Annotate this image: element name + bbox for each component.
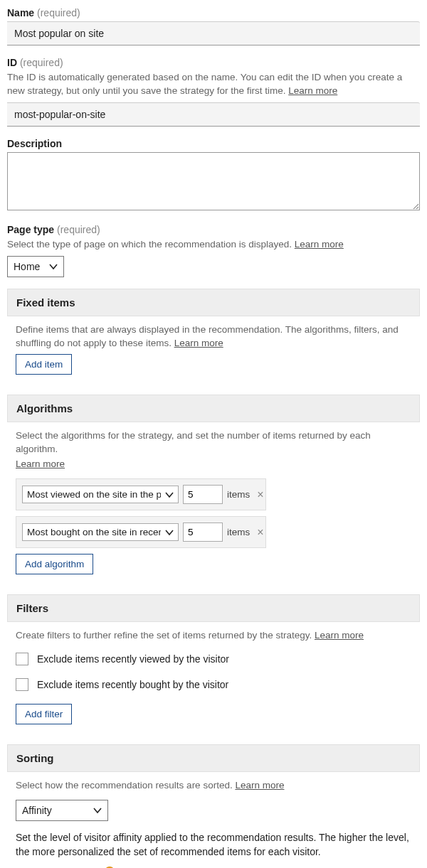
algorithm-name-0: Most viewed on the site in the pa: [27, 489, 161, 500]
algorithm-row: Most bought on the site in recent items …: [16, 516, 266, 548]
id-required: (required): [20, 57, 63, 68]
description-input[interactable]: [7, 152, 420, 210]
add-filter-button[interactable]: Add filter: [16, 704, 72, 724]
filters-header: Filters: [7, 594, 420, 622]
filters-learn-more[interactable]: Learn more: [315, 630, 364, 641]
add-item-button[interactable]: Add item: [16, 354, 72, 375]
sorting-value: Affinity: [22, 805, 86, 816]
algorithm-name-1: Most bought on the site in recent: [27, 527, 161, 537]
description-label: Description: [7, 138, 62, 149]
sorting-help: Select how the recommendation results ar…: [16, 780, 235, 791]
remove-algorithm-1[interactable]: ×: [254, 526, 266, 539]
affinity-help: Set the level of visitor affinity applie…: [16, 831, 411, 859]
algorithm-count-0[interactable]: [183, 485, 223, 504]
items-label: items: [227, 489, 250, 500]
chevron-down-icon: [93, 806, 102, 815]
algorithm-select-1[interactable]: Most bought on the site in recent: [22, 523, 179, 541]
id-learn-more[interactable]: Learn more: [288, 85, 337, 96]
algorithm-select-0[interactable]: Most viewed on the site in the pa: [22, 486, 179, 503]
chevron-down-icon: [165, 528, 174, 537]
algorithm-count-1[interactable]: [183, 523, 223, 542]
exclude-bought-label: Exclude items recently bought by the vis…: [37, 679, 228, 690]
page-type-learn-more[interactable]: Learn more: [295, 239, 344, 250]
chevron-down-icon: [49, 262, 58, 271]
add-algorithm-button[interactable]: Add algorithm: [16, 554, 93, 574]
page-type-value: Home: [14, 261, 42, 272]
page-type-select[interactable]: Home: [7, 256, 64, 277]
sorting-header: Sorting: [7, 744, 420, 772]
chevron-down-icon: [165, 491, 174, 499]
name-label: Name: [7, 7, 34, 18]
page-type-label: Page type: [7, 224, 54, 235]
items-label: items: [227, 527, 250, 537]
id-help: The ID is automatically generated based …: [7, 72, 402, 96]
exclude-viewed-checkbox[interactable]: [16, 653, 28, 665]
remove-algorithm-0[interactable]: ×: [254, 488, 266, 501]
fixed-items-learn-more[interactable]: Learn more: [174, 338, 223, 348]
name-required: (required): [37, 7, 80, 18]
sorting-learn-more[interactable]: Learn more: [235, 780, 284, 791]
page-type-required: (required): [57, 224, 100, 235]
exclude-bought-checkbox[interactable]: [16, 678, 28, 691]
algorithm-row: Most viewed on the site in the pa items …: [16, 478, 266, 510]
algorithms-header: Algorithms: [7, 395, 420, 422]
page-type-help: Select the type of page on which the rec…: [7, 239, 295, 250]
id-input[interactable]: [7, 102, 420, 127]
exclude-viewed-label: Exclude items recently viewed by the vis…: [37, 653, 229, 665]
name-input[interactable]: [7, 21, 420, 45]
fixed-items-header: Fixed items: [7, 289, 420, 316]
id-label: ID: [7, 57, 17, 68]
algorithms-help: Select the algorithms for the strategy, …: [16, 430, 371, 454]
sorting-select[interactable]: Affinity: [16, 800, 108, 821]
algorithms-learn-more[interactable]: Learn more: [16, 459, 65, 469]
filters-help: Create filters to further refine the set…: [16, 630, 315, 641]
